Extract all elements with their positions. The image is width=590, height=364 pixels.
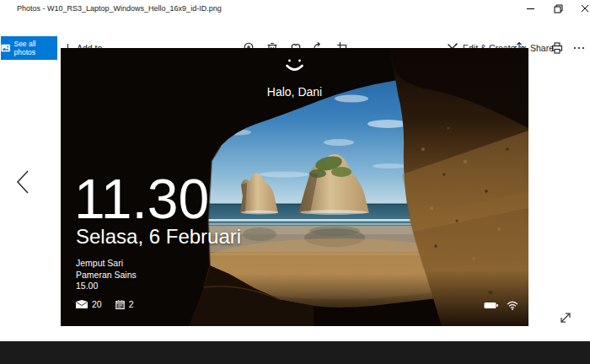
mail-count: 20 <box>92 299 102 309</box>
toolbar: See all photos Add to Edit & Create <box>0 17 590 48</box>
photos-logo-icon <box>1 43 10 53</box>
event-subtitle: Pameran Sains <box>76 270 137 281</box>
calendar-icon <box>115 300 125 309</box>
print-button[interactable] <box>550 40 564 55</box>
back-chevron-icon <box>15 169 30 195</box>
lock-status-counts: 20 2 <box>76 299 134 309</box>
window-title: Photos - W10_RS3_Laptop_Windows_Hello_16… <box>17 0 222 17</box>
minimize-icon <box>527 4 535 13</box>
event-time: 15.00 <box>76 281 137 292</box>
lock-greeting: Halo, Dani <box>61 85 528 99</box>
smiley-icon <box>285 58 304 73</box>
event-title: Jemput Sari <box>76 258 137 270</box>
restore-icon <box>554 4 563 13</box>
title-bar: Photos - W10_RS3_Laptop_Windows_Hello_16… <box>0 0 590 17</box>
lock-time: 11.30 <box>74 171 209 227</box>
print-icon <box>550 41 564 55</box>
calendar-count-group: 2 <box>115 299 134 309</box>
mail-count-group: 20 <box>76 299 102 309</box>
lock-status-icons <box>484 301 518 310</box>
restore-button[interactable] <box>548 0 568 17</box>
close-icon <box>581 4 589 13</box>
minimize-button[interactable] <box>521 0 541 17</box>
expand-icon <box>557 309 574 326</box>
see-all-photos-label: See all photos <box>13 40 57 56</box>
previous-photo-button[interactable] <box>13 168 33 196</box>
lock-date: Selasa, 6 Februari <box>76 225 241 249</box>
photo-canvas[interactable]: Halo, Dani 11.30 Selasa, 6 Februari Jemp… <box>61 48 528 326</box>
lock-calendar-event: Jemput Sari Pameran Sains 15.00 <box>76 258 137 292</box>
see-all-photos-button[interactable]: See all photos <box>1 36 57 60</box>
more-icon <box>573 42 585 54</box>
battery-icon <box>484 302 498 309</box>
wifi-icon <box>507 301 518 310</box>
fullscreen-button[interactable] <box>555 307 577 329</box>
mail-icon <box>76 300 88 308</box>
taskbar: O L X W <box>0 341 590 364</box>
close-button[interactable] <box>575 0 590 17</box>
calendar-count: 2 <box>129 299 134 309</box>
see-more-button[interactable] <box>571 40 586 55</box>
